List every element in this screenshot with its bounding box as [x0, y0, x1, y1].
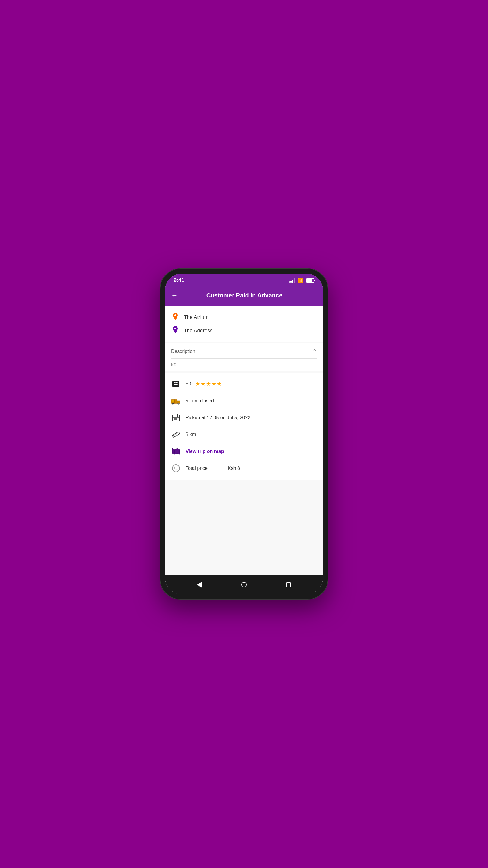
svg-rect-5	[173, 384, 178, 385]
wifi-icon: 📶	[298, 278, 304, 283]
description-label: Description	[171, 349, 195, 354]
destination-row: The Address	[171, 324, 317, 337]
star-3: ★	[206, 381, 211, 387]
rating-icon	[171, 379, 181, 389]
description-content: kit	[165, 359, 323, 371]
svg-rect-8	[172, 400, 174, 402]
vehicle-row: 5 Ton, closed	[165, 393, 323, 409]
status-bar: 9:41 📶	[165, 274, 323, 286]
map-icon	[171, 447, 181, 456]
phone-screen: 9:41 📶 ← Customer Paid in Advance	[165, 274, 323, 594]
origin-pin-icon	[171, 313, 180, 321]
location-section: The Atrium The Address	[165, 306, 323, 342]
view-map-text[interactable]: View trip on map	[186, 449, 224, 454]
rating-content: 5.0 ★ ★ ★ ★ ★	[186, 381, 222, 387]
chevron-up-icon: ⌃	[313, 348, 317, 355]
description-value: kit	[171, 362, 175, 367]
phone-frame: 9:41 📶 ← Customer Paid in Advance	[160, 268, 328, 600]
svg-line-22	[175, 434, 175, 435]
content-area: The Atrium The Address Description	[165, 306, 323, 575]
rating-number: 5.0	[186, 381, 193, 387]
star-1: ★	[195, 381, 200, 387]
svg-text:\=: \=	[174, 466, 178, 471]
price-row: \= Total price Ksh 8	[165, 460, 323, 477]
svg-rect-19	[175, 418, 176, 420]
svg-rect-3	[173, 382, 175, 383]
svg-rect-14	[172, 415, 180, 421]
details-section: 5.0 ★ ★ ★ ★ ★	[165, 373, 323, 480]
star-2: ★	[201, 381, 205, 387]
ruler-icon	[171, 430, 181, 439]
destination-pin-icon	[171, 327, 180, 335]
map-row[interactable]: View trip on map	[165, 443, 323, 460]
back-button[interactable]: ←	[171, 290, 181, 301]
origin-text: The Atrium	[184, 314, 208, 320]
status-time: 9:41	[173, 277, 184, 284]
nav-recent-button[interactable]	[283, 579, 294, 590]
navigation-bar	[165, 575, 323, 594]
nav-back-button[interactable]	[194, 579, 205, 590]
star-4: ★	[212, 381, 216, 387]
nav-home-button[interactable]	[238, 579, 250, 590]
destination-text: The Address	[184, 328, 213, 334]
price-value: Ksh 8	[228, 466, 240, 471]
vehicle-text: 5 Ton, closed	[186, 398, 214, 404]
svg-rect-18	[173, 418, 175, 420]
app-header: ← Customer Paid in Advance	[165, 286, 323, 306]
star-5: ★	[217, 381, 222, 387]
price-content: Total price Ksh 8	[186, 466, 240, 471]
svg-rect-4	[175, 382, 178, 383]
truck-icon	[171, 396, 181, 406]
page-title: Customer Paid in Advance	[181, 292, 308, 299]
svg-point-1	[174, 328, 176, 330]
distance-row: 6 km	[165, 426, 323, 443]
calendar-icon	[171, 413, 181, 423]
description-header[interactable]: Description ⌃	[165, 343, 323, 358]
pickup-text: Pickup at 12:05 on Jul 5, 2022	[186, 415, 250, 421]
svg-point-0	[174, 314, 176, 316]
pickup-row: Pickup at 12:05 on Jul 5, 2022	[165, 409, 323, 426]
stars: ★ ★ ★ ★ ★	[195, 381, 222, 387]
price-icon: \=	[171, 464, 181, 473]
signal-icon	[289, 278, 295, 283]
rating-row: 5.0 ★ ★ ★ ★ ★	[165, 375, 323, 393]
svg-marker-24	[172, 448, 180, 455]
status-icons: 📶	[289, 278, 315, 283]
svg-rect-2	[172, 381, 179, 387]
price-label: Total price	[186, 466, 228, 471]
description-section: Description ⌃ kit	[165, 343, 323, 371]
origin-row: The Atrium	[171, 311, 317, 324]
battery-icon	[306, 278, 315, 283]
distance-text: 6 km	[186, 432, 196, 437]
svg-point-10	[173, 403, 173, 404]
svg-point-12	[178, 403, 178, 404]
